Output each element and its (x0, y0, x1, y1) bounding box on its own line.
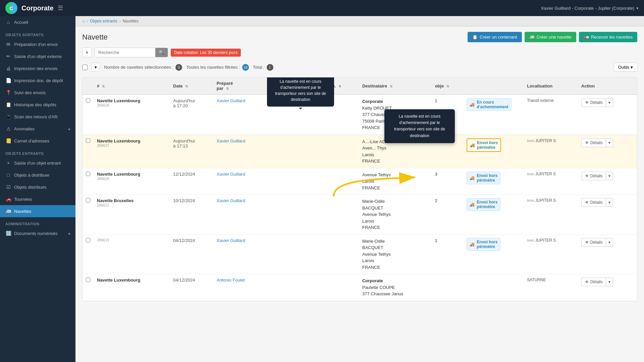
sidebar-item-saisie-entrant[interactable]: + Saisie d'un objet entrant (0, 157, 75, 169)
row-checkbox[interactable] (86, 238, 90, 242)
sidebar-item-impression-depot[interactable]: 📄 Impression doc. de dépôt (0, 74, 75, 86)
details-dropdown[interactable]: ▾ (606, 198, 613, 207)
details-dropdown[interactable]: ▾ (606, 138, 613, 147)
sidebar-item-label: Suivi des envois (14, 90, 46, 95)
sidebar-section-sortants: OBJETS SORTANTS (0, 28, 75, 38)
creer-navette-icon: 🚐 (529, 35, 535, 40)
total-count-info: Total : 1 (253, 64, 273, 71)
table-header-row: # ⇅ Date ⇅ Préparépar ⇅ Réceptionnépar ⇅… (83, 77, 637, 95)
row-checkbox[interactable] (86, 138, 90, 143)
numscan-icon: 🔢 (5, 231, 11, 236)
sidebar-item-preparation[interactable]: ✉ Préparation d'un envoi (0, 38, 75, 50)
sidebar-item-saisie-externe[interactable]: ✏ Saisie d'un objet externe (0, 50, 75, 62)
filtered-count-badge: 18 (242, 64, 249, 71)
sidebar-item-carnet[interactable]: 📒 Carnet d'adresses (0, 135, 75, 147)
sidebar-section-admin: ADMINISTRATION (0, 217, 75, 227)
navette-id: 286627 (97, 143, 166, 147)
prepared-by-link[interactable]: Xavier Guillard (217, 138, 245, 143)
status-cell: 🚚 Envoi horspérimètre (463, 234, 524, 274)
filter-tag[interactable]: Date création Les 30 derniers jours (171, 49, 241, 57)
sidebar-item-suivi[interactable]: 📍 Suivi des envois (0, 86, 75, 99)
select-dropdown-button[interactable]: ▾ (92, 63, 100, 72)
details-dropdown[interactable]: ▾ (606, 278, 613, 286)
row-checkbox[interactable] (86, 98, 90, 103)
table-row: Navette Luxembourg 286626 12/12/2024 Xav… (83, 168, 637, 195)
select-all-checkbox[interactable] (82, 65, 88, 70)
recevoir-navettes-icon: 🚛 (584, 35, 589, 40)
sidebar-item-documents[interactable]: 🔢 Documents numérisés ◂ (0, 227, 75, 239)
destinataire: Marie-Odile BACQUET Avenue Tethys Larois… (359, 234, 431, 274)
prepared-by-link[interactable]: Xavier Guillard (217, 98, 245, 103)
breadcrumb-objets-entrants[interactable]: Objets entrants (90, 19, 117, 23)
details-button[interactable]: 👁 Détails (581, 98, 606, 107)
details-button[interactable]: 👁 Détails (581, 198, 606, 207)
row-checkbox[interactable] (86, 172, 90, 176)
col-date: Date ⇅ (170, 77, 213, 95)
hamburger-icon[interactable]: ☰ (58, 4, 63, 12)
details-dropdown[interactable]: ▾ (606, 238, 613, 247)
eye-icon: 👁 (585, 140, 589, 145)
row-checkbox[interactable] (86, 198, 90, 202)
search-button[interactable]: 🔍 (155, 48, 168, 57)
sidebar-item-scan[interactable]: 📱 Scan des retours d'AR (0, 111, 75, 123)
truck-envoi-icon: 🚚 (470, 176, 475, 180)
eye-icon: 👁 (585, 174, 589, 178)
details-dropdown[interactable]: ▾ (606, 172, 613, 180)
sidebar-item-tournees[interactable]: 🚗 Tournées (0, 193, 75, 205)
logo-icon[interactable]: C (5, 2, 17, 14)
col-obj: obje ⇅ (431, 77, 463, 95)
localisation: Imm JUPITER S (524, 135, 578, 168)
navette-id: 286619 (97, 238, 166, 242)
scan-icon: 📱 (5, 114, 11, 119)
sidebar-item-navettes[interactable]: 🚐 Navettes (0, 205, 75, 217)
creer-contenant-button[interactable]: 📋 Créer un contenant (468, 32, 522, 42)
tools-button[interactable]: Outils ▾ (614, 63, 637, 72)
sidebar-item-impression-envois[interactable]: 🖨 Impression des envois (0, 62, 75, 74)
breadcrumb-navettes: Navettes (123, 19, 139, 23)
creer-contenant-icon: 📋 (472, 35, 478, 40)
filter-toggle-button[interactable]: ▾ (82, 48, 92, 57)
navette-date: Aujourd'huià 17:20 (170, 95, 213, 134)
main-content: ⌂ › Objets entrants › Navettes Navette 📋… (75, 16, 644, 362)
user-info[interactable]: Xavier Guilliard - Corporate - Jupiter (… (541, 6, 639, 11)
action-cell: 👁 Détails ▾ (578, 195, 637, 235)
details-button[interactable]: 👁 Détails (581, 138, 606, 147)
localisation: SATURNE (524, 274, 578, 301)
prepared-by-link[interactable]: Xavier Guillard (217, 198, 245, 203)
navette-name: Navette Luxembourg (97, 278, 166, 283)
details-button[interactable]: 👁 Détails (581, 238, 606, 247)
destinataire: Marie-Odile BACQUET Avenue Tethys Larois… (359, 195, 431, 235)
details-dropdown[interactable]: ▾ (606, 98, 613, 107)
prepared-by-link[interactable]: Antonio Foulet (217, 278, 245, 283)
sidebar-item-objets-distribuer[interactable]: □ Objets à distribuer (0, 169, 75, 181)
sidebar-item-label: Objets distribués (14, 185, 47, 190)
book-icon: 📒 (5, 138, 11, 143)
navette-id: 286626 (97, 177, 166, 181)
top-nav: C Corporate ☰ Xavier Guilliard - Corpora… (0, 0, 644, 16)
sidebar-item-anomalies[interactable]: ⚠ Anomalies ◂ (0, 123, 75, 135)
sidebar-item-historique[interactable]: 📋 Historique des dépôts (0, 99, 75, 111)
details-button[interactable]: 👁 Détails (581, 278, 606, 286)
sidebar-item-objets-distribues[interactable]: ☑ Objets distribués (0, 181, 75, 193)
localisation: Imm JUPITER S (524, 234, 578, 274)
localisation: Transit externe (524, 95, 578, 134)
row-checkbox[interactable] (86, 278, 90, 282)
recevoir-navettes-button[interactable]: 🚛 Recevoir les navettes (579, 32, 637, 42)
received-by (267, 234, 317, 274)
navette-name: Navette Luxembourg (97, 138, 166, 143)
col-prepare: Préparépar ⇅ (213, 77, 267, 95)
edit-icon: ✏ (5, 54, 11, 59)
details-button[interactable]: 👁 Détails (581, 172, 606, 180)
sidebar-item-accueil[interactable]: ⌂ Accueil (0, 16, 75, 28)
sidebar: ⌂ Accueil OBJETS SORTANTS ✉ Préparation … (0, 16, 75, 362)
prepared-by-link[interactable]: Xavier Guillard (217, 172, 245, 177)
prepared-by-link[interactable]: Xavier Guillard (217, 238, 245, 243)
sidebar-item-label: Documents numérisés (14, 231, 57, 236)
home-breadcrumb-icon[interactable]: ⌂ (82, 19, 85, 23)
filter-label: Date création (174, 50, 198, 55)
search-input[interactable] (95, 48, 155, 57)
tooltip-overlay: La navette est en cours d'acheminement p… (384, 109, 455, 143)
creer-navette-button[interactable]: 🚐 Créer une navette (525, 32, 576, 42)
received-by (267, 168, 317, 195)
sidebar-item-label: Scan des retours d'AR (14, 114, 58, 119)
